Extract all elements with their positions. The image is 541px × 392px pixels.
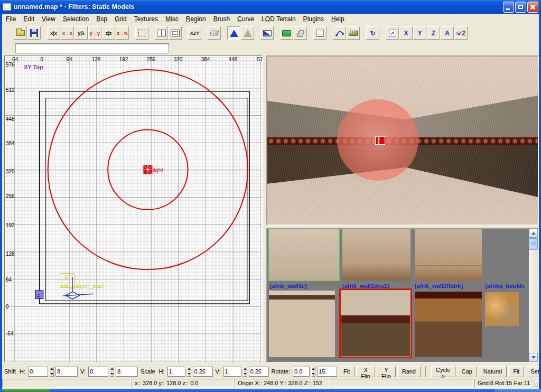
texture-scrollbar[interactable] (529, 229, 538, 362)
texture-filter-input[interactable] (15, 43, 169, 53)
texture-thumb-in-use[interactable] (269, 229, 339, 281)
split-view-button[interactable] (155, 26, 168, 40)
scale-v-step-input[interactable] (249, 367, 269, 377)
cubic-clip-button[interactable]: 2 (454, 26, 468, 40)
cap-button[interactable]: Cap (457, 366, 477, 377)
save-floppy-icon (30, 29, 38, 37)
window-title: unnamed.map * - Filters: Static Models (14, 3, 134, 11)
shift-h-step-input[interactable] (55, 367, 78, 377)
menu-curve[interactable]: Curve (234, 14, 258, 24)
menu-file[interactable]: File (2, 14, 20, 24)
refresh-models-button[interactable]: ↻ (366, 26, 379, 40)
menu-selection[interactable]: Selection (59, 14, 92, 24)
light-entity-label: light (153, 167, 163, 173)
rotate-y-button[interactable]: y→y (88, 26, 101, 40)
texture-thumb-selected[interactable] (341, 290, 411, 357)
shift-h-input[interactable] (28, 367, 48, 377)
scale-v-spinner[interactable] (243, 367, 247, 377)
clipper-button[interactable] (135, 26, 148, 40)
menu-plugins[interactable]: Plugins (300, 14, 328, 24)
shift-v-spinner[interactable] (110, 367, 114, 377)
region-view-button[interactable] (169, 26, 182, 40)
save-button[interactable] (27, 26, 41, 40)
flip-z-button[interactable]: z|z (102, 26, 115, 40)
texture-browser[interactable]: [afrik_wall1c] [afrik_wall2des1] [afrik_… (266, 228, 539, 363)
view-2d-xy[interactable]: -64 0 64 128 192 256 320 384 448 51 576 … (4, 55, 263, 362)
menu-help[interactable]: Help (328, 14, 348, 24)
scroll-up-button[interactable] (529, 229, 538, 238)
menu-misc[interactable]: Misc (162, 14, 182, 24)
texture-thumb[interactable] (415, 229, 482, 281)
free-rotate-button[interactable]: ↗ (386, 26, 399, 40)
cone-select-button[interactable] (227, 26, 240, 40)
menu-textures[interactable]: Textures (130, 14, 162, 24)
filter-row (2, 42, 539, 55)
texture-thumb[interactable] (415, 292, 482, 357)
texture-thumb[interactable] (485, 292, 519, 326)
close-button[interactable] (527, 2, 538, 13)
cycle-button[interactable]: Cycle > (431, 366, 455, 377)
light-entity[interactable]: light (144, 165, 163, 174)
texture-thumb[interactable] (269, 291, 335, 357)
scrollbar-thumb[interactable] (529, 238, 538, 250)
view-3d-camera[interactable] (266, 55, 539, 226)
scale-h-input[interactable] (167, 367, 185, 377)
patch-fit-button[interactable]: Fit (508, 366, 524, 377)
menu-grid[interactable]: Grid (111, 14, 130, 24)
natural-button[interactable]: Natural (479, 366, 507, 377)
rotate-x-button[interactable]: x→x (61, 26, 74, 40)
rotate-spinner[interactable] (311, 367, 315, 377)
measure-button[interactable] (347, 26, 360, 40)
scale-label: Scale (141, 368, 155, 375)
curve-button[interactable] (333, 26, 346, 40)
resize-grip[interactable] (531, 380, 538, 387)
rotate-z-button[interactable]: z→N (116, 26, 129, 40)
menu-view[interactable]: View (38, 14, 59, 24)
lock-y-button[interactable]: Y (413, 26, 426, 40)
z-marker-entity[interactable]: Z (35, 291, 43, 298)
room-brush-inner[interactable] (46, 98, 248, 301)
scale-h-spinner[interactable] (187, 367, 191, 377)
minimize-button[interactable] (503, 2, 514, 13)
scale-v-input[interactable] (223, 367, 241, 377)
menu-bsp[interactable]: Bsp (92, 14, 111, 24)
lock-button[interactable] (294, 26, 307, 40)
scale-h-step-input[interactable] (193, 367, 213, 377)
textured-view-button[interactable] (260, 26, 274, 40)
letter-a-icon: A (445, 30, 450, 37)
selected-light-entity[interactable] (375, 136, 385, 145)
menu-edit[interactable]: Edit (20, 14, 38, 24)
cone-deselect-button[interactable] (241, 26, 254, 40)
texture-thumb[interactable] (342, 229, 411, 281)
lock-x-button[interactable]: X (399, 26, 413, 40)
menu-region[interactable]: Region (182, 14, 210, 24)
lock-z-button[interactable]: Z (427, 26, 440, 40)
scroll-down-button[interactable] (529, 353, 538, 362)
maximize-button[interactable] (515, 2, 526, 13)
x-flip-button[interactable]: X Flip (356, 366, 375, 377)
flip-x-button[interactable]: x|x (47, 26, 60, 40)
shift-v-input[interactable] (88, 367, 108, 377)
set-button[interactable]: Set (526, 366, 539, 377)
flip-y-button[interactable]: y|λ (74, 26, 88, 40)
texture-clean-button[interactable] (208, 26, 221, 40)
change-views-button[interactable]: XZY (188, 26, 201, 40)
rotate-step-input[interactable] (317, 367, 337, 377)
shift-v-step-input[interactable] (116, 367, 138, 377)
console-button[interactable] (313, 26, 327, 40)
y-flip-button[interactable]: Y Flip (377, 366, 396, 377)
menu-lod-terrain[interactable]: LOD Terrain (258, 14, 300, 24)
separator (425, 366, 426, 377)
rand-button[interactable]: Rand (397, 366, 421, 377)
h-label: H: (20, 368, 25, 375)
start-button[interactable] (3, 389, 50, 392)
texture-lock-button[interactable] (280, 26, 293, 40)
player-start-entity[interactable]: a info_player_start (60, 273, 104, 299)
menu-brush[interactable]: Brush (210, 14, 234, 24)
open-button[interactable] (14, 26, 27, 40)
rotate-input[interactable] (293, 367, 310, 377)
room-brush-outer[interactable] (40, 91, 249, 304)
select-all-button[interactable]: A (441, 26, 454, 40)
fit-button[interactable]: Fit (339, 366, 355, 377)
shift-h-spinner[interactable] (50, 367, 54, 377)
